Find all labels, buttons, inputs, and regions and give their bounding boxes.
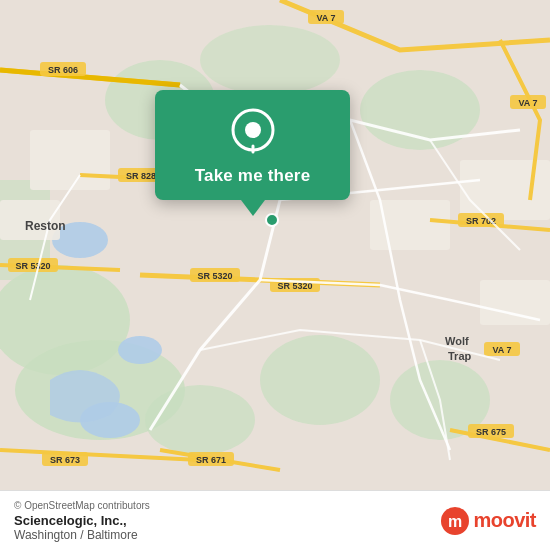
svg-point-47 <box>245 122 261 138</box>
map-attribution: © OpenStreetMap contributors <box>14 500 440 511</box>
svg-text:SR 673: SR 673 <box>50 455 80 465</box>
svg-text:SR 606: SR 606 <box>48 65 78 75</box>
svg-rect-13 <box>30 130 110 190</box>
svg-point-45 <box>266 214 278 226</box>
svg-text:m: m <box>448 513 462 530</box>
svg-point-3 <box>145 385 255 455</box>
svg-text:SR 5320: SR 5320 <box>15 261 50 271</box>
svg-text:SR 671: SR 671 <box>196 455 226 465</box>
svg-point-11 <box>118 336 162 364</box>
svg-rect-16 <box>460 160 550 220</box>
popup-card[interactable]: Take me there <box>155 90 350 200</box>
svg-text:Reston: Reston <box>25 219 66 233</box>
svg-text:SR 5320: SR 5320 <box>197 271 232 281</box>
svg-text:VA 7: VA 7 <box>492 345 511 355</box>
svg-text:VA 7: VA 7 <box>316 13 335 23</box>
footer-bar: © OpenStreetMap contributors Sciencelogi… <box>0 490 550 550</box>
moovit-logo: m moovit <box>440 506 536 536</box>
company-location: Washington / Baltimore <box>14 528 440 542</box>
map-background: SR 606 VA 7 VA 7 SR 828 SR 702 SR 5320 S… <box>0 0 550 490</box>
take-me-there-button[interactable]: Take me there <box>195 166 311 186</box>
moovit-text: moovit <box>473 509 536 532</box>
svg-point-7 <box>200 25 340 95</box>
svg-rect-17 <box>480 280 550 325</box>
svg-text:Trap: Trap <box>448 350 472 362</box>
svg-text:Wolf: Wolf <box>445 335 469 347</box>
svg-point-4 <box>260 335 380 425</box>
svg-text:SR 828: SR 828 <box>126 171 156 181</box>
moovit-icon: m <box>440 506 470 536</box>
svg-text:VA 7: VA 7 <box>518 98 537 108</box>
location-pin-icon <box>229 108 277 156</box>
svg-text:SR 675: SR 675 <box>476 427 506 437</box>
company-name: Sciencelogic, Inc., <box>14 513 440 528</box>
map-container: SR 606 VA 7 VA 7 SR 828 SR 702 SR 5320 S… <box>0 0 550 490</box>
